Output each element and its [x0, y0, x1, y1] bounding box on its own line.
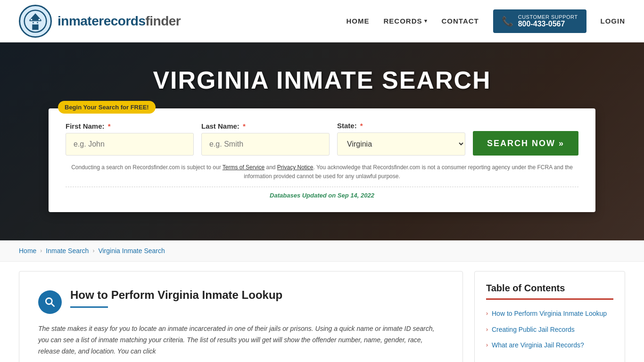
breadcrumb-inmate-search[interactable]: Inmate Search [46, 247, 89, 255]
article-title-area: How to Perform Virginia Inmate Lookup [70, 288, 282, 308]
svg-rect-4 [31, 19, 32, 20]
support-phone: 800-433-0567 [518, 20, 578, 28]
phone-icon: 📞 [502, 16, 513, 27]
first-name-group: First Name: * [66, 122, 194, 156]
svg-line-10 [51, 304, 54, 306]
breadcrumb: Home › Inmate Search › Virginia Inmate S… [0, 240, 644, 262]
svg-rect-8 [30, 20, 41, 21]
free-badge: Begin Your Search for FREE! [58, 101, 156, 114]
toc-link-2[interactable]: Creating Public Jail Records [492, 325, 575, 335]
sidebar: Table of Contents › How to Perform Virgi… [474, 271, 625, 362]
first-name-required: * [108, 122, 111, 130]
hero-section: VIRGINIA INMATE SEARCH Begin Your Search… [0, 42, 644, 240]
privacy-link[interactable]: Privacy Notice [277, 164, 314, 171]
toc-item-1: › How to Perform Virginia Inmate Lookup [486, 306, 613, 321]
last-name-input[interactable] [201, 133, 330, 156]
breadcrumb-sep-2: › [92, 247, 94, 254]
search-card: Begin Your Search for FREE! First Name: … [49, 108, 595, 212]
svg-rect-7 [37, 22, 38, 23]
toc-item-2: › Creating Public Jail Records [486, 322, 613, 337]
site-header: inmaterecordsfinder HOME RECORDS ▾ CONTA… [0, 0, 644, 42]
article-icon [38, 290, 62, 314]
article-header: How to Perform Virginia Inmate Lookup [38, 288, 444, 314]
search-button[interactable]: SEARCH NOW » [473, 131, 578, 156]
breadcrumb-sep-1: › [40, 247, 42, 254]
support-label: CUSTOMER SUPPORT [518, 14, 578, 20]
state-select[interactable]: AlabamaAlaskaArizonaArkansasCaliforniaCo… [337, 132, 465, 156]
nav-contact[interactable]: CONTACT [442, 17, 479, 25]
toc-card: Table of Contents › How to Perform Virgi… [474, 271, 625, 362]
last-name-label: Last Name: * [201, 122, 330, 130]
title-underline [70, 306, 108, 308]
nav-records[interactable]: RECORDS ▾ [383, 17, 427, 25]
nav-records-label: RECORDS [383, 17, 422, 25]
nav-login[interactable]: LOGIN [601, 17, 626, 25]
nav-home[interactable]: HOME [346, 17, 369, 25]
breadcrumb-home[interactable]: Home [19, 247, 36, 255]
tos-link[interactable]: Terms of Service [223, 164, 264, 171]
article-title: How to Perform Virginia Inmate Lookup [70, 288, 282, 302]
toc-item-3: › What are Virginia Jail Records? [486, 338, 613, 353]
toc-arrow-icon-2: › [486, 326, 488, 333]
article-section: How to Perform Virginia Inmate Lookup Th… [19, 271, 463, 362]
main-content: How to Perform Virginia Inmate Lookup Th… [0, 271, 644, 362]
toc-title: Table of Contents [486, 283, 613, 300]
last-name-required: * [243, 122, 246, 130]
toc-link-1[interactable]: How to Perform Virginia Inmate Lookup [492, 309, 607, 319]
first-name-label: First Name: * [66, 122, 194, 130]
last-name-group: Last Name: * [201, 122, 330, 156]
toc-arrow-icon-3: › [486, 342, 488, 348]
toc-link-3[interactable]: What are Virginia Jail Records? [492, 341, 584, 350]
logo-area[interactable]: inmaterecordsfinder [19, 5, 181, 38]
logo-text: inmaterecordsfinder [58, 14, 181, 29]
svg-rect-1 [32, 24, 38, 30]
breadcrumb-current: Virginia Inmate Search [98, 247, 165, 255]
logo-icon [19, 5, 52, 38]
db-update: Databases Updated on Sep 14, 2022 [66, 187, 578, 199]
chevron-down-icon: ▾ [424, 18, 428, 24]
state-required: * [360, 122, 363, 130]
main-nav: HOME RECORDS ▾ CONTACT 📞 CUSTOMER SUPPOR… [346, 9, 625, 33]
toc-arrow-icon-1: › [486, 310, 488, 317]
disclaimer-text: Conducting a search on Recordsfinder.com… [66, 163, 578, 181]
state-label: State: * [337, 122, 465, 130]
svg-rect-5 [39, 19, 40, 20]
state-group: State: * AlabamaAlaskaArizonaArkansasCal… [337, 122, 465, 156]
first-name-input[interactable] [66, 133, 194, 156]
customer-support-button[interactable]: 📞 CUSTOMER SUPPORT 800-433-0567 [493, 9, 586, 33]
search-form-row: First Name: * Last Name: * State: * Alab… [66, 122, 578, 156]
hero-title: VIRGINIA INMATE SEARCH [153, 66, 491, 94]
toc-list: › How to Perform Virginia Inmate Lookup … [486, 306, 613, 353]
article-body: The state makes it easy for you to locat… [38, 323, 444, 357]
svg-rect-6 [33, 22, 34, 23]
